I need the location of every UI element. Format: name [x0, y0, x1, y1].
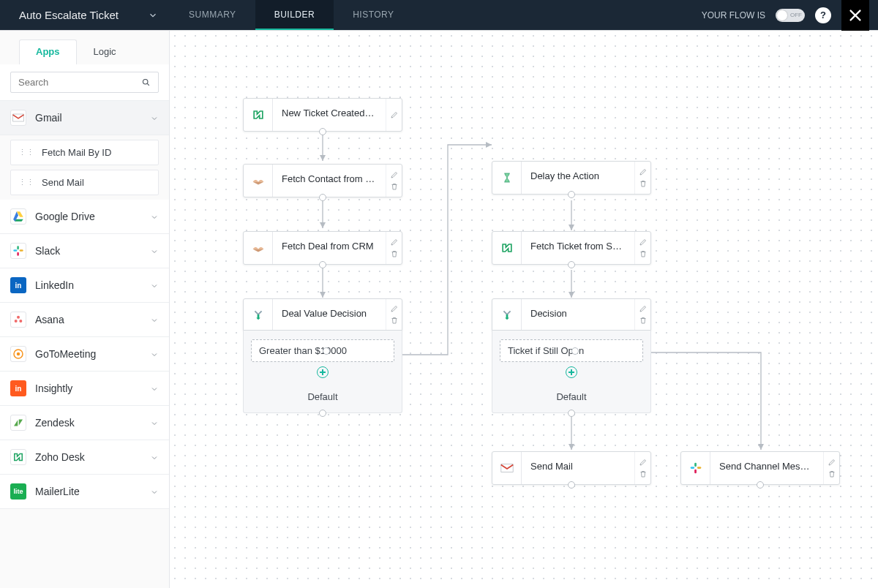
- app-label: Asana: [35, 314, 64, 325]
- edit-icon[interactable]: [639, 458, 648, 467]
- svg-rect-4: [17, 252, 19, 256]
- port-icon[interactable]: [568, 191, 575, 198]
- node-fetch-deal[interactable]: Fetch Deal from CRM: [243, 231, 402, 265]
- decision-default-label: Default: [251, 385, 394, 412]
- edit-icon[interactable]: [390, 110, 399, 119]
- tab-history[interactable]: HISTORY: [334, 0, 413, 30]
- linkedin-icon: in: [10, 277, 26, 293]
- gmail-action-send-mail[interactable]: ⋮⋮ Send Mail: [10, 170, 159, 195]
- port-icon[interactable]: [319, 410, 326, 417]
- svg-point-7: [19, 320, 22, 323]
- svg-rect-1: [13, 249, 17, 252]
- node-trigger[interactable]: New Ticket Created in ...: [243, 98, 402, 132]
- action-label: Send Mail: [42, 177, 84, 188]
- trash-icon[interactable]: [639, 470, 648, 478]
- gmail-icon: [492, 452, 522, 484]
- trash-icon[interactable]: [390, 249, 399, 258]
- svg-marker-11: [320, 222, 326, 228]
- gmail-action-fetch-mail[interactable]: ⋮⋮ Fetch Mail By ID: [10, 140, 159, 165]
- port-icon[interactable]: [568, 410, 575, 417]
- help-button[interactable]: ?: [815, 7, 831, 23]
- google-drive-icon: [10, 208, 26, 225]
- node-title: Send Mail: [522, 452, 634, 484]
- app-row-mailerlite[interactable]: lite MailerLite: [0, 475, 169, 509]
- flow-toggle[interactable]: OFF: [776, 9, 805, 22]
- trash-icon[interactable]: [828, 470, 836, 478]
- app-label: Zendesk: [35, 417, 75, 429]
- sidebar-tab-apps[interactable]: Apps: [19, 39, 77, 64]
- app-label: Slack: [35, 245, 60, 257]
- decision-default-label: Default: [500, 385, 643, 412]
- node-delay[interactable]: Delay the Action: [492, 161, 651, 195]
- search-field[interactable]: [18, 77, 141, 88]
- app-row-zendesk[interactable]: Zendesk: [0, 406, 169, 440]
- edit-icon[interactable]: [390, 170, 399, 179]
- app-label: GoToMeeting: [35, 348, 96, 360]
- svg-rect-2: [20, 249, 23, 252]
- port-icon[interactable]: [319, 194, 326, 201]
- svg-marker-16: [569, 444, 574, 450]
- port-icon[interactable]: [323, 347, 330, 355]
- svg-point-5: [17, 316, 20, 319]
- port-icon[interactable]: [571, 347, 579, 355]
- app-row-gmail[interactable]: Gmail: [0, 101, 169, 135]
- trash-icon[interactable]: [639, 316, 648, 325]
- app-row-gotomeeting[interactable]: GoToMeeting: [0, 337, 169, 372]
- app-row-google-drive[interactable]: Google Drive: [0, 200, 169, 234]
- node-title: Delay the Action: [522, 162, 634, 194]
- tab-summary[interactable]: SUMMARY: [170, 0, 255, 30]
- node-slack-message[interactable]: Send Channel Message: [680, 451, 840, 485]
- port-icon[interactable]: [757, 481, 764, 489]
- node-deal-value-decision[interactable]: Deal Value Decision Greater than $10000 …: [243, 298, 402, 413]
- trash-icon[interactable]: [639, 179, 648, 188]
- drag-handle-icon: ⋮⋮: [18, 178, 34, 187]
- node-send-mail[interactable]: Send Mail: [492, 451, 651, 485]
- node-open-decision[interactable]: Decision Ticket if Still Open Default: [492, 298, 651, 413]
- add-condition-button[interactable]: [566, 366, 577, 378]
- zoho-desk-icon: [244, 99, 273, 131]
- port-icon[interactable]: [568, 481, 575, 489]
- node-fetch-ticket[interactable]: Fetch Ticket from Supp...: [492, 231, 651, 265]
- svg-marker-15: [569, 292, 574, 298]
- edit-icon[interactable]: [390, 238, 399, 246]
- app-label: Insightly: [35, 382, 72, 394]
- svg-rect-3: [17, 246, 19, 249]
- chevron-down-icon: [150, 246, 159, 255]
- app-row-zoho-desk[interactable]: Zoho Desk: [0, 440, 169, 475]
- node-fetch-contact[interactable]: Fetch Contact from CRM: [243, 164, 402, 197]
- edit-icon[interactable]: [639, 304, 648, 313]
- app-row-linkedin[interactable]: in LinkedIn: [0, 268, 169, 303]
- edit-icon[interactable]: [639, 167, 648, 176]
- crm-icon: [244, 165, 273, 197]
- app-label: MailerLite: [35, 486, 80, 497]
- gmail-icon: [10, 110, 26, 126]
- edit-icon[interactable]: [390, 304, 399, 313]
- tab-builder[interactable]: BUILDER: [255, 0, 334, 30]
- edit-icon[interactable]: [828, 458, 836, 467]
- app-row-asana[interactable]: Asana: [0, 303, 169, 337]
- trash-icon[interactable]: [639, 249, 648, 258]
- sidebar-tab-logic[interactable]: Logic: [77, 39, 133, 64]
- svg-marker-14: [569, 225, 574, 230]
- node-title: Deal Value Decision: [273, 299, 386, 330]
- flow-title[interactable]: Auto Escalate Ticket: [0, 0, 170, 30]
- port-icon[interactable]: [568, 261, 575, 268]
- node-title: Fetch Deal from CRM: [273, 232, 386, 264]
- add-condition-button[interactable]: [317, 366, 329, 378]
- svg-point-9: [17, 353, 20, 356]
- app-row-insightly[interactable]: in Insightly: [0, 372, 169, 406]
- edit-icon[interactable]: [639, 238, 648, 246]
- search-input[interactable]: [10, 72, 159, 93]
- port-icon[interactable]: [319, 261, 326, 268]
- app-row-slack[interactable]: Slack: [0, 234, 169, 268]
- svg-rect-20: [694, 463, 697, 467]
- port-icon[interactable]: [319, 128, 326, 135]
- zendesk-icon: [10, 415, 26, 431]
- node-title: Fetch Contact from CRM: [273, 165, 386, 197]
- trash-icon[interactable]: [390, 182, 399, 191]
- close-button[interactable]: [841, 0, 869, 31]
- trash-icon[interactable]: [390, 316, 399, 325]
- svg-marker-17: [758, 444, 764, 450]
- app-label: Zoho Desk: [35, 451, 85, 463]
- slack-icon: [681, 452, 710, 484]
